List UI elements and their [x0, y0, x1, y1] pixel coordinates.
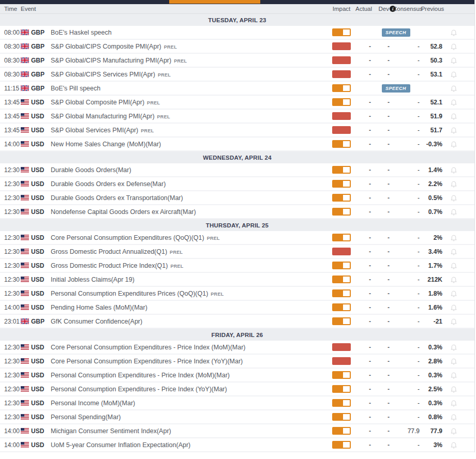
event-time: 12:30	[0, 248, 21, 255]
impact-indicator	[332, 194, 351, 202]
event-name[interactable]: Core Personal Consumption Expenditures -…	[50, 358, 330, 365]
event-row[interactable]: 14:00 USD New Home Sales Change (MoM)(Ma…	[0, 137, 474, 151]
event-time: 23:01	[0, 318, 21, 325]
notification-bell-icon[interactable]	[444, 43, 463, 50]
notification-bell-icon[interactable]	[444, 85, 463, 92]
event-row[interactable]: 12:30 USD Core Personal Consumption Expe…	[0, 231, 474, 245]
event-row[interactable]: 08:30 GBP S&P Global/CIPS Services PMI(A…	[0, 68, 474, 82]
event-row[interactable]: 13:45 USD S&P Global Services PMI(Apr)PR…	[0, 124, 474, 137]
event-name[interactable]: BoE's Pill speech	[50, 85, 330, 92]
event-name[interactable]: S&P Global/CIPS Manufacturing PMI(Apr)PR…	[50, 57, 330, 64]
event-row[interactable]: 12:30 USD Gross Domestic Product Annuali…	[0, 245, 474, 259]
event-row[interactable]: 13:45 USD S&P Global Composite PMI(Apr)P…	[0, 96, 474, 110]
event-name[interactable]: Durable Goods Orders ex Transportation(M…	[50, 194, 330, 202]
notification-bell-icon[interactable]	[444, 248, 463, 255]
event-name[interactable]: Pending Home Sales (MoM)(Mar)	[50, 304, 330, 311]
notification-bell-icon[interactable]	[444, 400, 463, 407]
event-row[interactable]: 12:30 USD Personal Consumption Expenditu…	[0, 382, 474, 396]
event-name[interactable]: Core Personal Consumption Expenditures -…	[50, 344, 330, 351]
notification-bell-icon[interactable]	[444, 262, 463, 269]
deviation-value: -	[374, 71, 393, 78]
event-row[interactable]: 12:30 USD Gross Domestic Product Price I…	[0, 259, 474, 273]
notification-bell-icon[interactable]	[444, 290, 463, 297]
event-row[interactable]: 12:30 USD Core Personal Consumption Expe…	[0, 341, 474, 355]
notification-bell-icon[interactable]	[444, 180, 463, 188]
event-name[interactable]: S&P Global Manufacturing PMI(Apr)PREL	[50, 113, 330, 120]
event-row[interactable]: 08:30 GBP S&P Global/CIPS Manufacturing …	[0, 54, 474, 68]
event-row[interactable]: 12:30 USD Durable Goods Orders ex Defens…	[0, 177, 474, 191]
notification-bell-icon[interactable]	[444, 414, 463, 421]
event-name[interactable]: Core Personal Consumption Expenditures (…	[50, 234, 330, 241]
event-row[interactable]: 23:01 GBP GfK Consumer Confidence(Apr)	[0, 315, 474, 329]
event-row[interactable]: 14:00 USD Pending Home Sales (MoM)(Mar)	[0, 301, 474, 315]
event-name[interactable]: S&P Global Services PMI(Apr)PREL	[50, 127, 330, 134]
event-name[interactable]: Durable Goods Orders ex Defense(Mar)	[50, 180, 330, 188]
notification-bell-icon[interactable]	[444, 427, 463, 435]
notification-bell-icon[interactable]	[444, 372, 463, 379]
notification-bell-icon[interactable]	[444, 29, 463, 36]
event-row[interactable]: 11:15 GBP BoE's Pill speech	[0, 82, 474, 96]
notification-bell-icon[interactable]	[444, 358, 463, 365]
notification-bell-icon[interactable]	[444, 318, 463, 325]
event-name[interactable]: Initial Jobless Claims(Apr 19)	[50, 276, 330, 283]
event-time: 12:30	[0, 372, 21, 379]
event-row[interactable]: 13:45 USD S&P Global Manufacturing PMI(A…	[0, 110, 474, 124]
event-name[interactable]: UoM 5-year Consumer Inflation Expectatio…	[50, 441, 330, 449]
event-row[interactable]: 12:30 USD Personal Consumption Expenditu…	[0, 287, 474, 301]
notification-bell-icon[interactable]	[444, 386, 463, 393]
event-row[interactable]: 12:30 USD Initial Jobless Claims(Apr 19)	[0, 273, 474, 287]
event-name[interactable]: BoE's Haskel speech	[50, 29, 330, 36]
event-name[interactable]: Personal Consumption Expenditures - Pric…	[50, 386, 330, 393]
event-name[interactable]: S&P Global/CIPS Services PMI(Apr)PREL	[50, 71, 330, 78]
event-name[interactable]: S&P Global/CIPS Composite PMI(Apr)PREL	[50, 43, 330, 50]
event-time: 12:30	[0, 344, 21, 351]
event-row[interactable]: 14:00 USD UoM 5-year Consumer Inflation …	[0, 438, 474, 452]
event-row[interactable]: 12:30 USD Durable Goods Orders ex Transp…	[0, 191, 474, 205]
notification-bell-icon[interactable]	[444, 276, 463, 283]
notification-bell-icon[interactable]	[444, 234, 463, 241]
event-name[interactable]: Personal Consumption Expenditures - Pric…	[50, 372, 330, 379]
notification-bell-icon[interactable]	[444, 441, 463, 449]
event-name[interactable]: Michigan Consumer Sentiment Index(Apr)	[50, 427, 330, 435]
event-row[interactable]: 14:00 USD Michigan Consumer Sentiment In…	[0, 424, 474, 438]
day-label: TUESDAY, APRIL 23	[208, 17, 266, 23]
event-row[interactable]: 12:30 USD Nondefense Capital Goods Order…	[0, 205, 474, 219]
consensus-cell: -	[393, 262, 421, 269]
currency-flag-icon	[21, 141, 31, 147]
notification-bell-icon[interactable]	[444, 194, 463, 202]
event-name[interactable]: Gross Domestic Product Annualized(Q1)PRE…	[50, 248, 330, 255]
notification-bell-icon[interactable]	[444, 99, 463, 106]
event-row[interactable]: 12:30 USD Core Personal Consumption Expe…	[0, 355, 474, 369]
previous-value: 2%	[421, 234, 444, 241]
notification-bell-icon[interactable]	[444, 208, 463, 216]
event-name[interactable]: Gross Domestic Product Price Index(Q1)PR…	[50, 262, 330, 269]
notification-bell-icon[interactable]	[444, 127, 463, 134]
impact-cell	[330, 28, 353, 36]
notification-bell-icon[interactable]	[444, 71, 463, 78]
event-row[interactable]: 12:30 USD Personal Spending(Mar)	[0, 410, 474, 424]
notification-bell-icon[interactable]	[444, 113, 463, 120]
event-name[interactable]: S&P Global Composite PMI(Apr)PREL	[50, 99, 330, 106]
notification-bell-icon[interactable]	[444, 304, 463, 311]
notification-bell-icon[interactable]	[444, 344, 463, 351]
event-name[interactable]: Durable Goods Orders(Mar)	[50, 166, 330, 174]
event-row[interactable]: 12:30 USD Personal Income (MoM)(Mar)	[0, 396, 474, 410]
notification-bell-icon[interactable]	[444, 166, 463, 174]
impact-indicator	[332, 371, 351, 379]
event-row[interactable]: 12:30 USD Durable Goods Orders(Mar)	[0, 163, 474, 177]
event-row[interactable]: 08:30 GBP S&P Global/CIPS Composite PMI(…	[0, 40, 474, 54]
actual-value: -	[353, 234, 374, 241]
notification-bell-icon[interactable]	[444, 57, 463, 64]
event-name[interactable]: Personal Spending(Mar)	[50, 414, 330, 421]
event-name[interactable]: New Home Sales Change (MoM)(Mar)	[50, 141, 330, 148]
event-name[interactable]: GfK Consumer Confidence(Apr)	[50, 318, 330, 325]
notification-bell-icon[interactable]	[444, 141, 463, 148]
event-name[interactable]: Personal Consumption Expenditures Prices…	[50, 290, 330, 297]
consensus-value: -	[418, 441, 420, 449]
event-row[interactable]: 08:00 GBP BoE's Haskel speech	[0, 26, 474, 40]
event-name[interactable]: Nondefense Capital Goods Orders ex Aircr…	[50, 208, 330, 216]
consensus-value: -	[418, 248, 420, 255]
impact-indicator	[332, 385, 351, 393]
event-row[interactable]: 12:30 USD Personal Consumption Expenditu…	[0, 369, 474, 382]
event-name[interactable]: Personal Income (MoM)(Mar)	[50, 400, 330, 407]
